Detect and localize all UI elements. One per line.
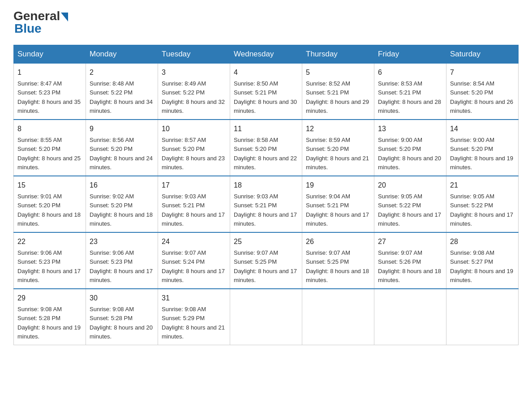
day-number: 27 (378, 236, 442, 247)
day-cell: 17Sunrise: 9:03 AMSunset: 5:21 PMDayligh… (158, 176, 230, 232)
day-info: Sunrise: 8:59 AMSunset: 5:20 PMDaylight:… (306, 137, 369, 171)
day-info: Sunrise: 8:50 AMSunset: 5:21 PMDaylight:… (234, 80, 297, 114)
day-number: 7 (450, 67, 515, 78)
day-number: 12 (306, 124, 370, 134)
logo-arrow-icon (61, 13, 68, 21)
calendar-body: 1Sunrise: 8:47 AMSunset: 5:23 PMDaylight… (14, 64, 519, 345)
day-number: 24 (162, 236, 226, 247)
day-info: Sunrise: 8:57 AMSunset: 5:20 PMDaylight:… (162, 137, 225, 171)
page-header: General Blue (13, 9, 519, 36)
day-number: 19 (306, 180, 370, 191)
logo: General Blue (13, 9, 68, 36)
day-cell: 26Sunrise: 9:07 AMSunset: 5:25 PMDayligh… (302, 232, 374, 289)
week-row-4: 22Sunrise: 9:06 AMSunset: 5:23 PMDayligh… (14, 232, 519, 289)
week-row-1: 1Sunrise: 8:47 AMSunset: 5:23 PMDaylight… (14, 64, 519, 120)
day-info: Sunrise: 9:07 AMSunset: 5:25 PMDaylight:… (306, 249, 369, 283)
day-cell: 29Sunrise: 9:08 AMSunset: 5:28 PMDayligh… (14, 289, 86, 345)
week-row-2: 8Sunrise: 8:55 AMSunset: 5:20 PMDaylight… (14, 120, 519, 176)
day-cell: 15Sunrise: 9:01 AMSunset: 5:20 PMDayligh… (14, 176, 86, 232)
day-number: 23 (90, 236, 154, 247)
day-cell: 9Sunrise: 8:56 AMSunset: 5:20 PMDaylight… (86, 120, 158, 176)
header-cell-tuesday: Tuesday (158, 45, 230, 64)
day-cell: 5Sunrise: 8:52 AMSunset: 5:21 PMDaylight… (302, 64, 374, 120)
day-number: 2 (90, 67, 154, 78)
day-cell (230, 289, 302, 345)
day-info: Sunrise: 8:49 AMSunset: 5:22 PMDaylight:… (162, 80, 225, 114)
day-cell: 4Sunrise: 8:50 AMSunset: 5:21 PMDaylight… (230, 64, 302, 120)
header-cell-thursday: Thursday (302, 45, 374, 64)
day-cell: 7Sunrise: 8:54 AMSunset: 5:20 PMDaylight… (446, 64, 519, 120)
day-info: Sunrise: 9:07 AMSunset: 5:24 PMDaylight:… (162, 249, 225, 283)
day-info: Sunrise: 9:02 AMSunset: 5:20 PMDaylight:… (90, 193, 153, 227)
day-cell (302, 289, 374, 345)
header-cell-saturday: Saturday (446, 45, 519, 64)
day-info: Sunrise: 9:03 AMSunset: 5:21 PMDaylight:… (234, 193, 297, 227)
day-cell: 12Sunrise: 8:59 AMSunset: 5:20 PMDayligh… (302, 120, 374, 176)
header-row: SundayMondayTuesdayWednesdayThursdayFrid… (14, 45, 519, 64)
day-number: 20 (378, 180, 442, 191)
day-info: Sunrise: 9:03 AMSunset: 5:21 PMDaylight:… (162, 193, 225, 227)
day-number: 3 (162, 67, 226, 78)
day-number: 31 (162, 293, 226, 304)
day-number: 14 (450, 124, 515, 134)
day-number: 9 (90, 124, 154, 134)
week-row-5: 29Sunrise: 9:08 AMSunset: 5:28 PMDayligh… (14, 289, 519, 345)
day-number: 21 (450, 180, 515, 191)
day-info: Sunrise: 9:00 AMSunset: 5:20 PMDaylight:… (450, 137, 513, 171)
day-number: 13 (378, 124, 442, 134)
day-number: 29 (17, 293, 82, 304)
day-info: Sunrise: 8:58 AMSunset: 5:20 PMDaylight:… (234, 137, 297, 171)
day-cell: 25Sunrise: 9:07 AMSunset: 5:25 PMDayligh… (230, 232, 302, 289)
day-cell: 18Sunrise: 9:03 AMSunset: 5:21 PMDayligh… (230, 176, 302, 232)
day-cell: 3Sunrise: 8:49 AMSunset: 5:22 PMDaylight… (158, 64, 230, 120)
day-info: Sunrise: 8:56 AMSunset: 5:20 PMDaylight:… (90, 137, 153, 171)
day-info: Sunrise: 8:55 AMSunset: 5:20 PMDaylight:… (17, 137, 81, 171)
day-number: 15 (17, 180, 82, 191)
day-info: Sunrise: 9:05 AMSunset: 5:22 PMDaylight:… (450, 193, 513, 227)
day-cell: 8Sunrise: 8:55 AMSunset: 5:20 PMDaylight… (14, 120, 86, 176)
day-cell: 10Sunrise: 8:57 AMSunset: 5:20 PMDayligh… (158, 120, 230, 176)
day-number: 6 (378, 67, 442, 78)
day-info: Sunrise: 9:06 AMSunset: 5:23 PMDaylight:… (17, 249, 81, 283)
day-number: 22 (17, 236, 82, 247)
day-number: 16 (90, 180, 154, 191)
header-cell-sunday: Sunday (14, 45, 86, 64)
day-cell: 11Sunrise: 8:58 AMSunset: 5:20 PMDayligh… (230, 120, 302, 176)
day-info: Sunrise: 8:52 AMSunset: 5:21 PMDaylight:… (306, 80, 369, 114)
day-number: 8 (17, 124, 82, 134)
day-number: 25 (234, 236, 298, 247)
day-cell: 2Sunrise: 8:48 AMSunset: 5:22 PMDaylight… (86, 64, 158, 120)
day-cell: 28Sunrise: 9:08 AMSunset: 5:27 PMDayligh… (446, 232, 519, 289)
day-info: Sunrise: 9:06 AMSunset: 5:23 PMDaylight:… (90, 249, 153, 283)
day-info: Sunrise: 8:47 AMSunset: 5:23 PMDaylight:… (17, 80, 81, 114)
day-number: 26 (306, 236, 370, 247)
day-info: Sunrise: 8:54 AMSunset: 5:20 PMDaylight:… (450, 80, 513, 114)
day-info: Sunrise: 9:08 AMSunset: 5:28 PMDaylight:… (17, 306, 81, 340)
header-cell-monday: Monday (86, 45, 158, 64)
day-cell: 24Sunrise: 9:07 AMSunset: 5:24 PMDayligh… (158, 232, 230, 289)
day-cell: 6Sunrise: 8:53 AMSunset: 5:21 PMDaylight… (374, 64, 446, 120)
day-cell: 31Sunrise: 9:08 AMSunset: 5:29 PMDayligh… (158, 289, 230, 345)
day-info: Sunrise: 9:00 AMSunset: 5:20 PMDaylight:… (378, 137, 441, 171)
day-number: 17 (162, 180, 226, 191)
calendar-table: SundayMondayTuesdayWednesdayThursdayFrid… (13, 45, 519, 345)
day-cell: 27Sunrise: 9:07 AMSunset: 5:26 PMDayligh… (374, 232, 446, 289)
day-number: 30 (90, 293, 154, 304)
day-number: 5 (306, 67, 370, 78)
day-cell: 22Sunrise: 9:06 AMSunset: 5:23 PMDayligh… (14, 232, 86, 289)
day-cell: 14Sunrise: 9:00 AMSunset: 5:20 PMDayligh… (446, 120, 519, 176)
day-info: Sunrise: 8:53 AMSunset: 5:21 PMDaylight:… (378, 80, 441, 114)
day-number: 4 (234, 67, 298, 78)
logo-blue-text: Blue (14, 21, 42, 36)
day-cell: 20Sunrise: 9:05 AMSunset: 5:22 PMDayligh… (374, 176, 446, 232)
day-info: Sunrise: 9:07 AMSunset: 5:26 PMDaylight:… (378, 249, 441, 283)
day-number: 18 (234, 180, 298, 191)
day-number: 28 (450, 236, 515, 247)
calendar-header: SundayMondayTuesdayWednesdayThursdayFrid… (14, 45, 519, 64)
day-cell: 30Sunrise: 9:08 AMSunset: 5:28 PMDayligh… (86, 289, 158, 345)
day-cell: 13Sunrise: 9:00 AMSunset: 5:20 PMDayligh… (374, 120, 446, 176)
day-cell (446, 289, 519, 345)
week-row-3: 15Sunrise: 9:01 AMSunset: 5:20 PMDayligh… (14, 176, 519, 232)
day-cell (374, 289, 446, 345)
day-info: Sunrise: 9:05 AMSunset: 5:22 PMDaylight:… (378, 193, 441, 227)
